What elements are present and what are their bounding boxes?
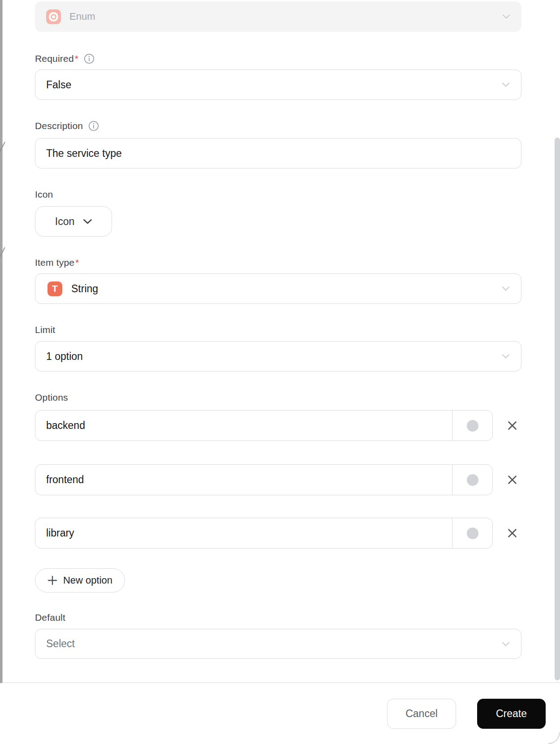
scrollbar[interactable] — [555, 138, 560, 680]
close-icon — [508, 421, 517, 430]
option-color-swatch[interactable] — [467, 420, 478, 432]
option-row: backend — [35, 410, 521, 441]
new-option-button[interactable]: New option — [35, 568, 125, 593]
option-input[interactable]: backend — [35, 410, 493, 441]
field-type-select[interactable]: Enum — [35, 1, 521, 32]
required-asterisk: * — [75, 54, 78, 64]
option-row: frontend — [35, 464, 521, 495]
background-edge — [0, 0, 3, 744]
limit-value: 1 option — [46, 350, 83, 363]
new-option-label: New option — [63, 575, 112, 586]
description-input[interactable]: The service type — [35, 138, 521, 169]
item-type-label-text: Item type — [35, 258, 74, 268]
limit-label: Limit — [35, 325, 521, 335]
item-type-value: String — [71, 283, 98, 295]
chevron-down-icon — [502, 82, 509, 87]
description-label: Description — [35, 121, 521, 131]
dialog-form: Enum Required* False Description — [35, 0, 521, 659]
create-button[interactable]: Create — [477, 699, 546, 729]
close-icon — [508, 528, 517, 538]
option-color-swatch[interactable] — [467, 528, 478, 539]
default-label: Default — [35, 613, 521, 623]
cancel-button[interactable]: Cancel — [387, 699, 456, 729]
option-color-swatch[interactable] — [467, 474, 478, 486]
item-type-label: Item type* — [35, 258, 521, 268]
option-row: library — [35, 518, 521, 549]
remove-option-button[interactable] — [507, 528, 517, 538]
option-color-segment — [452, 518, 492, 548]
plus-icon — [47, 575, 57, 585]
background-artifact — [0, 247, 5, 259]
default-placeholder: Select — [46, 638, 75, 650]
limit-select[interactable]: 1 option — [35, 341, 521, 372]
icon-picker-button[interactable]: Icon — [35, 206, 112, 237]
info-icon[interactable] — [88, 121, 99, 131]
required-label: Required* — [35, 54, 521, 64]
option-input[interactable]: library — [35, 518, 493, 549]
close-icon — [508, 475, 517, 484]
option-color-segment — [452, 411, 492, 441]
default-select[interactable]: Select — [35, 629, 521, 659]
item-type-asterisk: * — [75, 258, 79, 268]
info-icon[interactable] — [84, 53, 95, 64]
options-label: Options — [35, 393, 521, 402]
chevron-down-icon — [502, 286, 509, 291]
option-value: backend — [35, 420, 452, 432]
item-type-select[interactable]: T String — [35, 273, 521, 304]
option-input[interactable]: frontend — [35, 464, 493, 495]
required-select[interactable]: False — [35, 69, 521, 100]
chevron-down-icon — [502, 642, 509, 646]
icon-label: Icon — [35, 190, 521, 199]
icon-label-text: Icon — [35, 190, 53, 199]
chevron-down-icon — [83, 219, 92, 224]
option-color-segment — [452, 465, 492, 495]
description-label-text: Description — [35, 121, 83, 131]
required-label-text: Required — [35, 54, 74, 64]
icon-picker-label: Icon — [55, 216, 74, 228]
background-artifact — [0, 142, 5, 154]
options-label-text: Options — [35, 393, 68, 402]
field-type-value: Enum — [69, 11, 95, 22]
create-field-dialog: Enum Required* False Description — [0, 0, 560, 744]
enum-icon — [46, 9, 61, 24]
option-value: frontend — [35, 474, 452, 486]
default-label-text: Default — [35, 613, 65, 623]
chevron-down-icon — [503, 14, 510, 19]
remove-option-button[interactable] — [507, 475, 517, 485]
required-value: False — [46, 79, 71, 91]
description-value: The service type — [46, 147, 122, 160]
option-value: library — [35, 527, 452, 539]
chevron-down-icon — [502, 354, 509, 359]
limit-label-text: Limit — [35, 325, 55, 335]
string-type-icon: T — [47, 281, 62, 296]
remove-option-button[interactable] — [507, 421, 517, 431]
dialog-footer: Cancel Create — [0, 683, 560, 744]
